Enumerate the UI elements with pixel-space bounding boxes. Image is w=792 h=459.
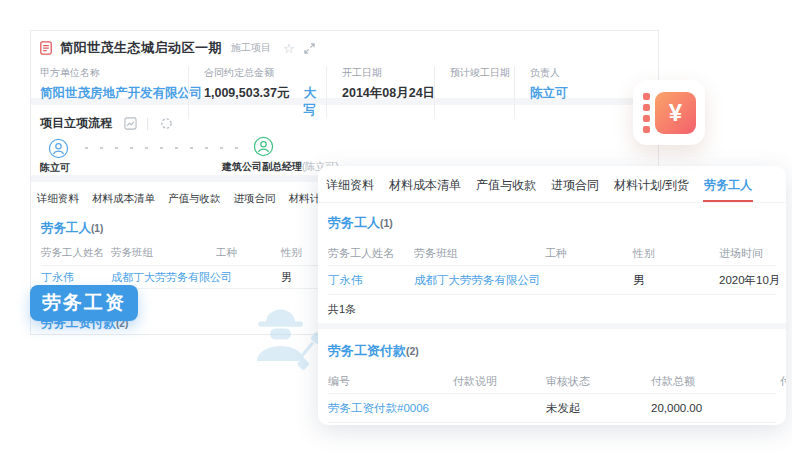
tab-material-cost[interactable]: 材料成本清单 [388,177,462,202]
field-label: 预计竣工日期 [450,66,514,80]
start-date-value: 2014年08月24日 [342,85,434,102]
workers-total-count: 共1条 [328,295,776,323]
worker-entry-time: 2020年10月 [719,273,780,288]
project-type-tag: 施工项目 [231,41,271,55]
col-header: 付款总额 [651,374,780,389]
table-row[interactable]: 劳务工资付款#0006 未发起 20,000.00 [328,394,776,423]
col-header: 性别 [633,246,719,261]
flow-end-role: 建筑公司副总经理 [222,161,302,172]
project-header-section: 简阳世茂生态城启动区一期 施工项目 ☆ 甲方单位名称 简阳世茂房地产开发有限公司… [31,31,658,98]
flowchart-icon[interactable] [124,117,137,130]
tab-details[interactable]: 详细资料 [35,192,81,206]
flow-start-avatar[interactable] [48,138,69,159]
flow-end-avatar[interactable] [253,136,274,157]
field-label: 负责人 [530,66,648,80]
document-icon [40,41,52,55]
worker-team-link[interactable]: 成都丁大劳劳务有限公司 [414,273,545,288]
tab-material-plan[interactable]: 材料计划/到货 [613,177,690,202]
workers-count: (1) [91,223,103,234]
ledger-binding-icon [643,93,650,133]
project-title: 简阳世茂生态城启动区一期 [60,39,222,57]
payments-section-title: 劳务工资付款(2) [328,342,776,360]
col-header: 劳务班组 [414,246,545,261]
contract-amount-value: 1,009,503.37元 [204,85,290,102]
tab-output-income[interactable]: 产值与收款 [475,177,537,202]
yuan-icon: ¥ [655,92,696,134]
tab-material-cost[interactable]: 材料成本清单 [90,192,157,206]
star-icon[interactable]: ☆ [283,42,295,55]
col-header: 编号 [328,374,453,389]
manager-link[interactable]: 陈立可 [530,85,648,102]
tab-incoming-contract[interactable]: 进项合同 [232,192,278,206]
page: 简阳世茂生态城启动区一期 施工项目 ☆ 甲方单位名称 简阳世茂房地产开发有限公司… [0,0,792,459]
labor-panel: 详细资料 材料成本清单 产值与收款 进项合同 材料计划/到货 劳务工人 劳务工人… [318,166,786,425]
approval-flow-section: 项目立项流程 陈立可 建筑公司副总经理(陈立可) [31,105,658,175]
field-label: 开工日期 [342,66,434,80]
money-ledger-icon: ¥ [633,80,705,145]
worker-name-link[interactable]: 丁永伟 [328,273,414,288]
col-header: 劳务工人姓名 [328,246,414,261]
refresh-icon[interactable] [160,117,173,130]
col-header: 付 [780,374,786,389]
section-divider [318,323,786,329]
payment-amount: 20,000.00 [651,402,780,414]
worker-team-link[interactable]: 成都丁大劳劳务有限公司 [111,270,216,285]
payment-no-link[interactable]: 劳务工资付款#0006 [328,401,453,416]
project-title-row: 简阳世茂生态城启动区一期 施工项目 ☆ [40,37,648,59]
tab-details[interactable]: 详细资料 [325,177,375,202]
worker-name-link[interactable]: 丁永伟 [41,270,111,285]
col-header: 工种 [216,246,281,260]
workers-count: (1) [380,217,393,229]
worker-gender: 男 [633,273,719,288]
workers-section-title: 劳务工人(1) [328,214,776,232]
col-header: 劳务工人姓名 [41,246,111,260]
tab-incoming-contract[interactable]: 进项合同 [550,177,600,202]
field-label: 合同约定总金额 [204,66,326,80]
owner-company-link[interactable]: 简阳世茂房地产开发有限公司 [40,85,188,102]
tab-labor-workers[interactable]: 劳务工人 [703,177,753,202]
payments-count: (2) [406,345,419,357]
payments-table-header: 编号 付款说明 审核状态 付款总额 付 [328,369,776,394]
table-row[interactable]: 丁永伟 成都丁大劳劳务有限公司 男 2020年10月 [328,266,776,295]
tab-output-收款[interactable]: 产值与收款 [166,192,223,206]
yuan-symbol: ¥ [669,99,682,127]
col-header: 工种 [545,246,633,261]
workers-table-header: 劳务工人姓名 劳务班组 工种 性别 进场时间 [328,241,776,266]
col-header: 审核状态 [546,374,651,389]
col-header: 劳务班组 [111,246,216,260]
flow-title: 项目立项流程 [40,115,112,132]
divider [147,118,148,130]
col-header: 付款说明 [453,374,546,389]
col-header: 进场时间 [719,246,776,261]
field-label: 甲方单位名称 [40,66,188,80]
labor-wage-label: 劳务工资 [30,285,138,321]
flow-start-name: 陈立可 [40,161,70,175]
flow-dotted-line [79,146,247,150]
fullscreen-icon[interactable] [304,43,315,54]
front-tab-bar: 详细资料 材料成本清单 产值与收款 进项合同 材料计划/到货 劳务工人 [318,166,786,203]
payment-status: 未发起 [546,401,651,416]
